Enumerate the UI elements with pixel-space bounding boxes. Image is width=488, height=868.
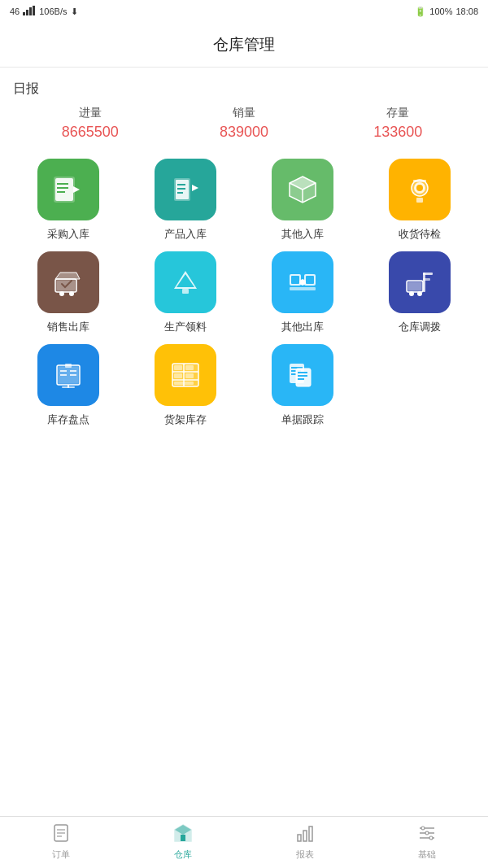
reports-icon <box>295 823 315 846</box>
icon-box-warehouse-transfer <box>389 251 451 313</box>
svg-rect-63 <box>174 373 182 378</box>
svg-rect-80 <box>181 835 185 841</box>
svg-rect-42 <box>408 282 421 290</box>
nav-item-reports[interactable]: 报表 <box>244 823 366 860</box>
icon-shelf-stock[interactable]: 货架库存 <box>130 344 241 427</box>
svg-marker-32 <box>176 274 194 287</box>
svg-rect-38 <box>291 276 299 284</box>
stat-stock-value: 133600 <box>321 124 475 141</box>
svg-rect-13 <box>177 184 185 185</box>
orders-icon <box>51 823 71 846</box>
icon-label-other-out: 其他出库 <box>281 320 324 334</box>
icon-grid: 采购入库 产品入库 其他入库 <box>13 159 475 427</box>
nav-item-warehouse[interactable]: 仓库 <box>122 823 244 860</box>
svg-point-87 <box>421 827 425 830</box>
page-header: 仓库管理 <box>0 23 488 68</box>
download-icon: ⬇ <box>71 7 78 17</box>
svg-point-89 <box>429 836 433 840</box>
svg-rect-82 <box>303 831 307 841</box>
svg-rect-44 <box>423 273 433 275</box>
stat-sales-label: 销量 <box>167 106 320 120</box>
icon-receipt-check[interactable]: 收货待检 <box>364 159 475 242</box>
icon-label-sales-out: 销售出库 <box>47 320 89 334</box>
svg-point-47 <box>417 291 422 296</box>
svg-rect-45 <box>423 278 430 281</box>
nav-label-reports: 报表 <box>296 848 314 861</box>
stat-incoming-value: 8665500 <box>13 124 167 141</box>
icon-box-sales-out <box>37 251 99 313</box>
icon-label-receipt-check: 收货待检 <box>399 227 441 242</box>
svg-rect-71 <box>298 372 307 373</box>
svg-rect-50 <box>60 370 67 372</box>
stat-incoming: 进量 8665500 <box>13 106 167 141</box>
svg-rect-1 <box>26 10 28 15</box>
icon-other-out[interactable]: 其他出库 <box>247 251 358 334</box>
icon-warehouse-transfer[interactable]: 仓库调拨 <box>364 251 475 334</box>
icon-purchase-in[interactable]: 采购入库 <box>13 159 124 242</box>
warehouse-icon <box>173 823 193 846</box>
nav-label-basics: 基础 <box>418 848 436 861</box>
main-content: 日报 进量 8665500 销量 839000 存量 133600 采购入库 <box>0 68 488 816</box>
stat-sales-value: 839000 <box>167 124 320 141</box>
svg-marker-30 <box>55 273 80 279</box>
speed-text: 106B/s <box>39 7 67 16</box>
svg-rect-54 <box>65 364 72 368</box>
svg-rect-81 <box>298 835 301 841</box>
stats-row: 进量 8665500 销量 839000 存量 133600 <box>13 106 475 141</box>
svg-rect-43 <box>423 273 425 292</box>
icon-box-product-in <box>155 159 216 220</box>
icon-label-other-in: 其他入库 <box>281 227 324 242</box>
icon-other-in[interactable]: 其他入库 <box>247 159 358 242</box>
bottom-nav: 订单 仓库 报表 <box>0 816 488 868</box>
icon-box-purchase-in <box>37 159 99 220</box>
svg-point-46 <box>409 291 414 296</box>
icon-label-warehouse-transfer: 仓库调拨 <box>399 320 441 334</box>
icon-production-pick[interactable]: 生产领料 <box>130 251 241 334</box>
svg-rect-51 <box>70 370 76 372</box>
icon-label-production-pick: 生产领料 <box>164 320 207 334</box>
icon-product-in[interactable]: 产品入库 <box>130 159 241 242</box>
svg-rect-25 <box>413 180 426 182</box>
nav-label-warehouse: 仓库 <box>174 848 192 861</box>
icon-label-product-in: 产品入库 <box>164 227 207 242</box>
icon-box-other-in <box>272 159 333 220</box>
svg-point-23 <box>416 185 423 191</box>
icon-label-document-track: 单据跟踪 <box>281 412 324 427</box>
svg-rect-7 <box>57 183 68 185</box>
svg-rect-0 <box>23 12 25 15</box>
svg-rect-53 <box>70 374 76 376</box>
nav-item-orders[interactable]: 订单 <box>0 823 122 860</box>
svg-rect-72 <box>298 375 307 377</box>
svg-rect-8 <box>57 187 68 189</box>
icon-box-production-pick <box>155 251 216 313</box>
nav-item-basics[interactable]: 基础 <box>366 823 488 860</box>
svg-rect-24 <box>416 198 423 203</box>
page-title: 仓库管理 <box>213 36 275 53</box>
icon-box-document-track <box>272 344 333 406</box>
svg-rect-64 <box>185 373 194 378</box>
svg-rect-9 <box>57 191 65 193</box>
svg-rect-70 <box>296 369 311 386</box>
status-bar: 46 106B/s ⬇ 🔋 100% 18:08 <box>0 0 488 23</box>
svg-marker-6 <box>73 186 80 193</box>
icon-box-other-out <box>272 251 333 313</box>
icon-inventory-check[interactable]: 库存盘点 <box>13 344 124 427</box>
stat-incoming-label: 进量 <box>13 106 167 120</box>
icon-document-track[interactable]: 单据跟踪 <box>247 344 358 427</box>
stat-stock: 存量 133600 <box>321 106 475 141</box>
svg-rect-62 <box>185 365 194 370</box>
icon-box-inventory-check <box>37 344 99 406</box>
icon-sales-out[interactable]: 销售出库 <box>13 251 124 334</box>
svg-rect-39 <box>306 276 314 284</box>
icon-box-shelf-stock <box>155 344 216 406</box>
basics-icon <box>417 823 437 846</box>
wifi-icon <box>23 6 36 17</box>
status-left: 46 106B/s ⬇ <box>10 6 78 17</box>
icon-label-purchase-in: 采购入库 <box>47 227 89 242</box>
svg-rect-5 <box>55 178 73 201</box>
svg-point-29 <box>69 291 74 296</box>
icon-box-receipt-check <box>389 159 451 220</box>
stat-stock-label: 存量 <box>321 106 475 120</box>
signal-strength: 46 <box>10 7 20 16</box>
svg-rect-2 <box>29 7 32 15</box>
